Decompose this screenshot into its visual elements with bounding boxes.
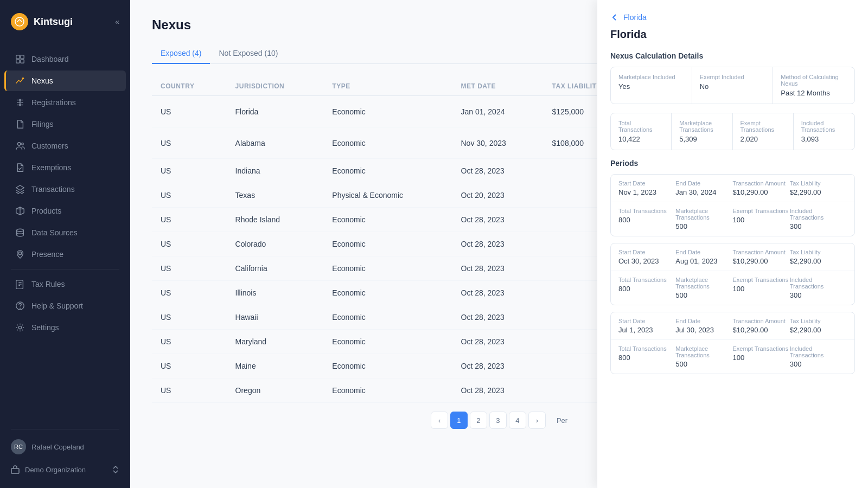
cell-jurisdiction: Indiana — [227, 159, 324, 183]
tab-not-exposed[interactable]: Not Exposed (10) — [210, 43, 286, 64]
stats-grid: Total Transactions 10,422 Marketplace Tr… — [610, 113, 855, 150]
total-transactions-value: 10,422 — [618, 135, 663, 143]
exempt-included-cell: Exempt Included No — [692, 67, 774, 104]
svg-point-16 — [22, 143, 24, 145]
box-icon — [15, 206, 25, 216]
cell-country: US — [152, 378, 227, 403]
cell-type: Economic — [323, 96, 452, 127]
sidebar-item-registrations[interactable]: Registrations — [4, 92, 126, 113]
sidebar-item-label: Help & Support — [31, 301, 83, 310]
period-end-date: End Date Jul 30, 2023 — [675, 318, 732, 334]
period-exempt-transactions: Exempt Transactions 100 — [733, 277, 790, 299]
per-page-label: Per — [557, 416, 567, 425]
sidebar-item-label: Products — [31, 207, 61, 215]
sidebar-item-label: Registrations — [31, 98, 76, 107]
sidebar-item-label: Transactions — [31, 185, 75, 194]
svg-point-5 — [22, 78, 24, 80]
switch-org-icon — [112, 466, 119, 473]
svg-rect-2 — [21, 55, 24, 59]
cell-country: US — [152, 305, 227, 330]
cell-met-date: Oct 28, 2023 — [452, 232, 544, 256]
sidebar-item-help[interactable]: Help & Support — [4, 296, 126, 316]
cell-met-date: Oct 28, 2023 — [452, 208, 544, 232]
next-page-button[interactable]: › — [528, 412, 546, 429]
total-transactions-cell: Total Transactions 10,422 — [611, 113, 672, 150]
sidebar-item-label: Customers — [31, 142, 68, 150]
svg-point-6 — [20, 99, 21, 101]
periods-title: Periods — [610, 159, 855, 168]
sidebar-item-nexus[interactable]: Nexus — [4, 70, 126, 91]
svg-rect-4 — [21, 60, 24, 63]
org-name: Demo Organization — [25, 466, 86, 474]
page-3-button[interactable]: 3 — [489, 412, 507, 429]
sidebar-item-settings[interactable]: Settings — [4, 317, 126, 338]
sidebar-item-dashboard[interactable]: Dashboard — [4, 49, 126, 69]
cell-jurisdiction: Alabama — [227, 127, 324, 159]
users-icon — [15, 141, 25, 151]
sidebar-item-products[interactable]: Products — [4, 201, 126, 221]
method-cell: Method of Calculating Nexus Past 12 Mont… — [773, 67, 854, 104]
panel-back-label: Florida — [623, 13, 647, 22]
org-section[interactable]: Demo Organization — [0, 460, 130, 479]
period-total-transactions: Total Transactions 800 — [618, 208, 675, 230]
sidebar-item-label: Dashboard — [31, 55, 69, 63]
detail-panel: Florida Florida Nexus Calculation Detail… — [597, 0, 868, 488]
org-icon — [11, 465, 20, 474]
period-marketplace-transactions: Marketplace Transactions 500 — [675, 208, 732, 230]
sidebar-collapse-button[interactable]: « — [115, 17, 119, 26]
cell-type: Economic — [323, 281, 452, 305]
cell-met-date: Nov 30, 2023 — [452, 127, 544, 159]
cell-type: Physical & Economic — [323, 183, 452, 208]
sidebar-item-label: Nexus — [31, 76, 53, 85]
svg-marker-17 — [16, 185, 24, 190]
page-2-button[interactable]: 2 — [470, 412, 487, 429]
period-transaction-amount: Transaction Amount $10,290.00 — [733, 318, 790, 334]
cell-jurisdiction: Texas — [227, 183, 324, 208]
exempt-included-label: Exempt Included — [700, 74, 765, 80]
user-section[interactable]: RC Rafael Copeland — [0, 434, 130, 460]
svg-rect-1 — [16, 55, 20, 59]
exempt-transactions-cell: Exempt Transactions 2,020 — [733, 113, 794, 150]
period-marketplace-transactions: Marketplace Transactions 500 — [675, 277, 732, 299]
period-included-transactions: Included Transactions 300 — [790, 277, 847, 299]
period-included-transactions: Included Transactions 300 — [790, 208, 847, 230]
marketplace-included-label: Marketplace Included — [618, 74, 684, 80]
panel-back-button[interactable]: Florida — [610, 13, 855, 22]
tab-exposed[interactable]: Exposed (4) — [152, 43, 210, 64]
main-content: Nexus Exposed (4) Not Exposed (10) COUNT… — [130, 0, 868, 488]
sidebar-item-label: Filings — [31, 120, 53, 129]
cell-country: US — [152, 159, 227, 183]
col-type: TYPE — [323, 77, 452, 96]
period-card: Start Date Oct 30, 2023 End Date Aug 01,… — [610, 243, 855, 305]
sidebar-item-presence[interactable]: Presence — [4, 244, 126, 265]
cell-jurisdiction: Illinois — [227, 281, 324, 305]
sidebar-item-filings[interactable]: Filings — [4, 114, 126, 134]
svg-rect-28 — [11, 468, 19, 473]
page-1-button[interactable]: 1 — [450, 412, 468, 429]
sidebar-item-exemptions[interactable]: Exemptions — [4, 157, 126, 178]
cell-type: Economic — [323, 232, 452, 256]
sidebar-item-label: Tax Rules — [31, 280, 65, 288]
cell-jurisdiction: Florida — [227, 96, 324, 127]
cell-country: US — [152, 281, 227, 305]
settings-dots-icon — [15, 98, 25, 107]
cell-met-date: Oct 28, 2023 — [452, 281, 544, 305]
svg-point-7 — [20, 102, 21, 104]
chart-icon — [15, 76, 25, 86]
content-wrapper: Nexus Exposed (4) Not Exposed (10) COUNT… — [130, 0, 868, 488]
cell-type: Economic — [323, 305, 452, 330]
sidebar-item-transactions[interactable]: Transactions — [4, 179, 126, 200]
page-4-button[interactable]: 4 — [509, 412, 526, 429]
sidebar-item-customers[interactable]: Customers — [4, 136, 126, 156]
prev-page-button[interactable]: ‹ — [431, 412, 448, 429]
period-start-date: Start Date Nov 1, 2023 — [618, 180, 675, 196]
sidebar-item-tax-rules[interactable]: Tax Rules — [4, 274, 126, 294]
svg-point-20 — [17, 229, 24, 232]
sidebar-item-data-sources[interactable]: Data Sources — [4, 222, 126, 243]
avatar: RC — [11, 439, 26, 454]
sidebar-bottom: RC Rafael Copeland Demo Organization — [0, 420, 130, 488]
cell-met-date: Oct 28, 2023 — [452, 256, 544, 281]
marketplace-transactions-label: Marketplace Transactions — [679, 120, 724, 133]
nav-section: Dashboard Nexus Registrations Filings — [0, 43, 130, 420]
cell-type: Economic — [323, 159, 452, 183]
